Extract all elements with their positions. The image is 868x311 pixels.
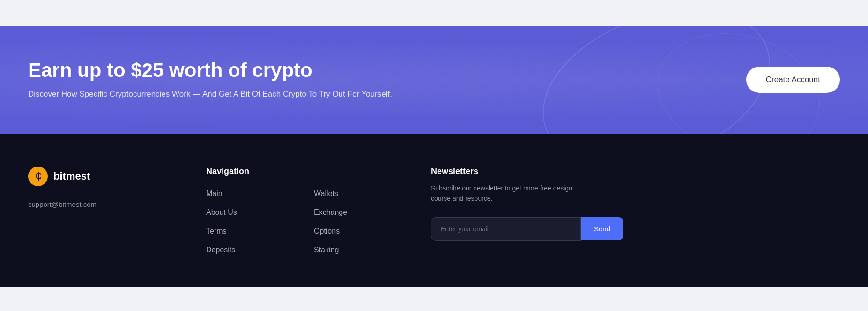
navigation-title: Navigation [206,167,403,176]
hero-subtitle: Discover How Specific Cryptocurrencies W… [28,88,392,100]
logo-icon: ₵ [28,167,48,186]
brand-email: support@bitmest.com [28,200,178,208]
newsletter-description: Subscribe our newsletter to get more fre… [431,183,590,204]
nav-link-terms[interactable]: Terms [206,227,295,235]
nav-link-about[interactable]: About Us [206,208,295,217]
nav-link-main[interactable]: Main [206,190,295,198]
hero-banner: Earn up to $25 worth of crypto Discover … [0,26,868,134]
hero-text: Earn up to $25 worth of crypto Discover … [28,59,392,101]
top-bar [0,0,868,26]
brand-name: bitmest [53,170,90,182]
footer-brand: ₵ bitmest support@bitmest.com [28,162,178,254]
hero-title: Earn up to $25 worth of crypto [28,59,392,82]
nav-link-deposits[interactable]: Deposits [206,246,295,254]
nav-link-wallets[interactable]: Wallets [314,190,403,198]
footer-navigation: Navigation Main Wallets About Us Exchang… [206,162,403,254]
newsletter-form: Send [431,217,840,241]
footer-bottom-bar [0,273,868,287]
send-button[interactable]: Send [581,217,623,240]
nav-link-options[interactable]: Options [314,227,403,235]
svg-text:₵: ₵ [35,171,41,181]
nav-link-exchange[interactable]: Exchange [314,208,403,217]
footer-newsletter: Newsletters Subscribe our newsletter to … [431,162,840,254]
nav-links-grid: Main Wallets About Us Exchange Terms Opt… [206,190,403,254]
email-input[interactable] [431,217,581,241]
brand-logo: ₵ bitmest [28,167,178,186]
create-account-button[interactable]: Create Account [746,67,840,93]
newsletter-title: Newsletters [431,167,840,176]
footer: ₵ bitmest support@bitmest.com Navigation… [0,134,868,273]
nav-link-staking[interactable]: Staking [314,246,403,254]
